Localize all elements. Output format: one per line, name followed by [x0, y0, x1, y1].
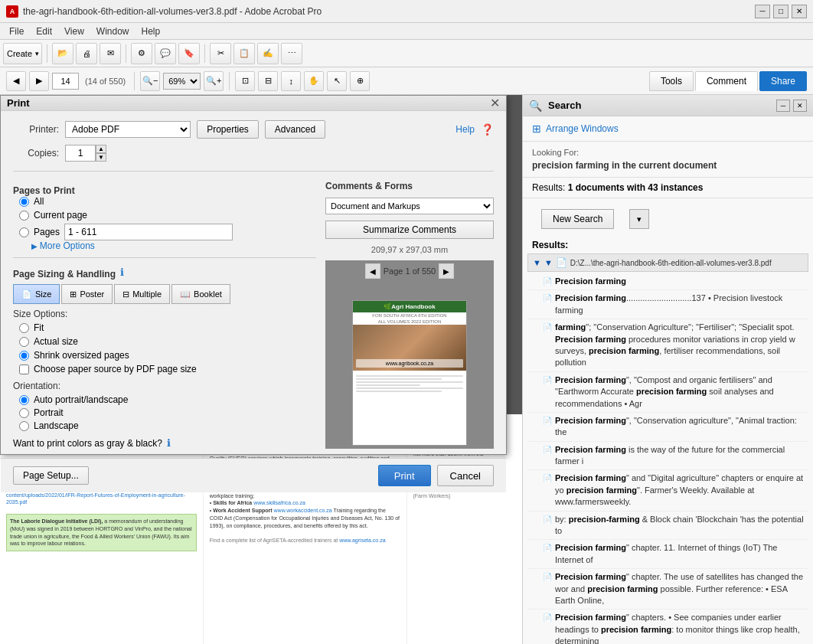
size-tab-multiple[interactable]: ⊟ Multiple — [114, 284, 170, 304]
portrait-radio[interactable] — [19, 408, 29, 418]
comments-select[interactable]: Document and Markups — [325, 198, 494, 214]
comment-tab[interactable]: Comment — [695, 71, 758, 91]
page-setup-button[interactable]: Page Setup... — [13, 466, 89, 485]
current-page-option[interactable]: Current page — [19, 210, 316, 221]
paper-source-option[interactable]: Choose paper source by PDF page size — [19, 364, 316, 374]
search-options-button[interactable]: ▾ — [629, 209, 649, 229]
tools-tab[interactable]: Tools — [649, 71, 694, 91]
zoom-select[interactable]: 69% — [163, 73, 201, 90]
auto-orient-radio[interactable] — [19, 395, 29, 405]
preview-page-num: Page 1 of 550 — [384, 266, 436, 276]
result-item-3[interactable]: 📄 Precision farming", "Compost and organ… — [527, 372, 808, 413]
landscape-option[interactable]: Landscape — [19, 420, 316, 431]
result-item-1[interactable]: 📄 Precision farming.....................… — [527, 290, 808, 319]
paper-source-checkbox[interactable] — [19, 364, 29, 374]
auto-orient-label: Auto portrait/landscape — [34, 394, 128, 405]
search-close-button[interactable]: ✕ — [793, 100, 807, 112]
menu-file[interactable]: File — [3, 25, 30, 38]
summarize-comments-button[interactable]: Summarize Comments — [325, 221, 494, 239]
all-pages-option[interactable]: All — [19, 196, 316, 207]
menu-edit[interactable]: Edit — [30, 25, 58, 38]
settings-button[interactable]: ⚙ — [131, 43, 152, 64]
landscape-radio[interactable] — [19, 421, 29, 431]
maximize-button[interactable]: □ — [773, 5, 789, 18]
loupe-button[interactable]: ⊕ — [350, 71, 370, 91]
gray-print-help-icon[interactable]: ℹ — [167, 437, 171, 449]
dialog-title: Print — [7, 97, 490, 109]
redaction-button[interactable]: ✂ — [210, 43, 231, 64]
result-item-8[interactable]: 📄 Precision farming" chapter. 11. Intern… — [527, 540, 808, 569]
pages-range-option[interactable]: Pages — [19, 224, 316, 240]
printer-select[interactable]: Adobe PDF — [65, 121, 191, 138]
copies-down-button[interactable]: ▼ — [96, 153, 106, 162]
result-item-9[interactable]: 📄 Precision farming" chapter. The use of… — [527, 569, 808, 610]
email-button[interactable]: ✉ — [100, 43, 121, 64]
pan-button[interactable]: ✋ — [304, 71, 324, 91]
form-button[interactable]: 📋 — [233, 43, 255, 64]
result-item-6[interactable]: 📄 Precision farming" and "Digital agricu… — [527, 470, 808, 511]
fit-width-button[interactable]: ⊟ — [258, 71, 278, 91]
pages-range-radio[interactable] — [19, 227, 29, 237]
size-tab-size[interactable]: 📄 Size — [13, 284, 60, 304]
menu-window[interactable]: Window — [90, 25, 136, 38]
result-icon-8: 📄 — [543, 543, 552, 554]
create-button[interactable]: Create — [3, 43, 42, 64]
help-link[interactable]: Help — [455, 124, 475, 135]
share-tab[interactable]: Share — [759, 71, 807, 91]
zoom-out-button[interactable]: 🔍− — [140, 71, 160, 91]
stamp-button[interactable]: 🔖 — [178, 43, 200, 64]
shrink-radio[interactable] — [19, 351, 29, 361]
help-icon[interactable]: ❓ — [481, 123, 494, 136]
minimize-button[interactable]: ─ — [755, 5, 770, 18]
more-options-link[interactable]: More Options — [31, 240, 95, 251]
result-item-0[interactable]: 📄 Precision farming — [527, 273, 808, 290]
advanced-button[interactable]: Advanced — [265, 120, 325, 139]
result-item-10[interactable]: 📄 Precision farming" chapters. • See com… — [527, 610, 808, 644]
more-button[interactable]: ⋯ — [281, 43, 302, 64]
size-tab-poster[interactable]: ⊞ Poster — [61, 284, 113, 304]
copies-input[interactable] — [65, 145, 96, 162]
page-sizing-help-icon[interactable]: ℹ — [120, 266, 124, 278]
properties-button[interactable]: Properties — [197, 120, 259, 139]
scroll-mode-button[interactable]: ↕ — [281, 71, 301, 91]
preview-prev-button[interactable]: ◀ — [365, 263, 380, 279]
size-tab-booklet[interactable]: 📖 Booklet — [171, 284, 230, 304]
pages-range-input[interactable] — [64, 224, 233, 240]
print-button[interactable]: Print — [378, 465, 431, 486]
result-item-5[interactable]: 📄 Precision farming is the way of the fu… — [527, 442, 808, 471]
search-minimize-button[interactable]: ─ — [776, 100, 790, 112]
copies-up-button[interactable]: ▲ — [96, 145, 106, 153]
fit-option[interactable]: Fit — [19, 322, 316, 333]
result-item-7[interactable]: 📄 by: precision-farming & Block chain 'B… — [527, 512, 808, 541]
back-nav-button[interactable]: ◀ — [6, 71, 26, 91]
preview-next-button[interactable]: ▶ — [439, 263, 454, 279]
sign-button[interactable]: ✍ — [257, 43, 279, 64]
menu-view[interactable]: View — [58, 25, 90, 38]
page-number-input[interactable] — [52, 73, 79, 90]
shrink-option[interactable]: Shrink oversized pages — [19, 350, 316, 361]
result-file-item[interactable]: ▼ ▼ 📄 D:\Z...\the-agri-handbook-6th-edit… — [527, 253, 808, 272]
menu-help[interactable]: Help — [136, 25, 167, 38]
open-button[interactable]: 📂 — [52, 43, 73, 64]
forward-nav-button[interactable]: ▶ — [29, 71, 49, 91]
fit-page-button[interactable]: ⊡ — [235, 71, 255, 91]
comment-button[interactable]: 💬 — [155, 43, 176, 64]
portrait-option[interactable]: Portrait — [19, 407, 316, 418]
select-button[interactable]: ↖ — [327, 71, 347, 91]
result-item-4[interactable]: 📄 Precision farming", "Conservation agri… — [527, 413, 808, 442]
dialog-close-button[interactable]: ✕ — [490, 96, 500, 110]
actual-size-option[interactable]: Actual size — [19, 336, 316, 347]
all-pages-radio[interactable] — [19, 197, 29, 207]
result-item-2[interactable]: 📄 farming"; "Conservation Agriculture"; … — [527, 319, 808, 372]
fit-radio[interactable] — [19, 323, 29, 333]
auto-orient-option[interactable]: Auto portrait/landscape — [19, 394, 316, 405]
zoom-in-button[interactable]: 🔍+ — [204, 71, 224, 91]
print-button[interactable]: 🖨 — [76, 43, 97, 64]
actual-size-radio[interactable] — [19, 337, 29, 347]
arrange-windows-item[interactable]: ⊞ Arrange Windows — [532, 123, 804, 135]
current-page-radio[interactable] — [19, 211, 29, 221]
new-search-button[interactable]: New Search — [541, 209, 614, 229]
close-button[interactable]: ✕ — [792, 5, 807, 18]
cancel-button[interactable]: Cancel — [437, 465, 494, 486]
search-results-list[interactable]: ▼ ▼ 📄 D:\Z...\the-agri-handbook-6th-edit… — [523, 253, 813, 644]
